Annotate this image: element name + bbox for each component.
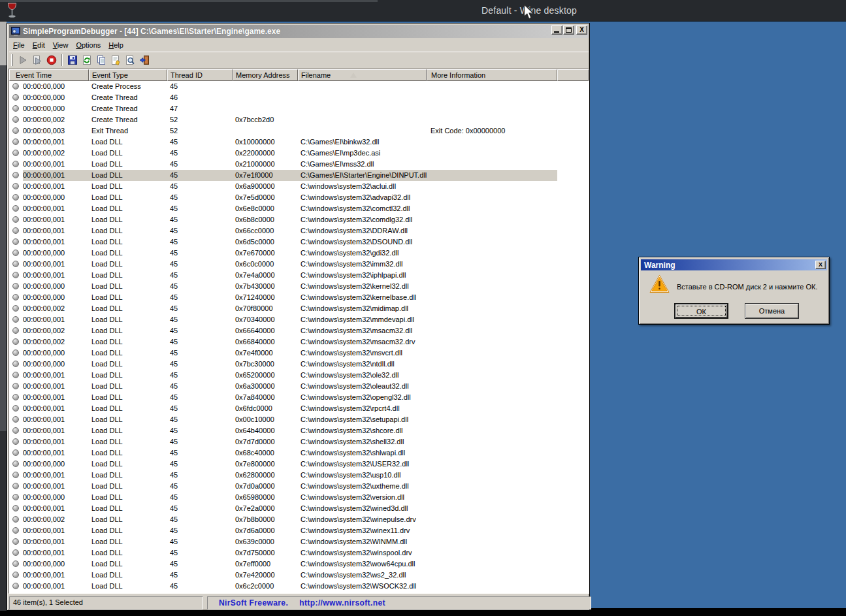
table-row[interactable]: 00:00:00,000Load DLL450x7eff0000C:\windo… xyxy=(9,559,589,570)
cell-more-information xyxy=(427,392,557,403)
cell-memory-address: 0x7d7d0000 xyxy=(233,436,298,447)
table-row[interactable]: 00:00:00,000Create Process45 xyxy=(9,81,589,92)
event-row-gutter xyxy=(9,281,23,292)
table-row[interactable]: 00:00:00,001Load DLL450x00c10000C:\windo… xyxy=(9,414,589,425)
menu-item-help[interactable]: Help xyxy=(105,40,127,50)
table-row[interactable]: 00:00:00,001Load DLL450x64b40000C:\windo… xyxy=(9,425,589,436)
cell-thread-id: 45 xyxy=(167,348,233,359)
table-row[interactable]: 00:00:00,001Load DLL450x62800000C:\windo… xyxy=(9,470,589,481)
table-row[interactable]: 00:00:00,001Load DLL450x7e1f0000C:\Games… xyxy=(9,170,589,181)
cell-memory-address: 0x6b8c0000 xyxy=(233,214,298,225)
table-row[interactable]: 00:00:00,002Load DLL450x7b8b0000C:\windo… xyxy=(9,514,589,525)
table-row[interactable]: 00:00:00,001Load DLL450x7e4a0000C:\windo… xyxy=(9,270,589,281)
table-row[interactable]: 00:00:00,001Load DLL450x7d6a0000C:\windo… xyxy=(9,525,589,536)
table-row[interactable]: 00:00:00,002Create Thread520x7bccb2d0 xyxy=(9,114,589,125)
table-row[interactable]: 00:00:00,001Load DLL450x6d5c0000C:\windo… xyxy=(9,236,589,248)
event-row-cells: 00:00:00,001Load DLL450x7a840000C:\windo… xyxy=(23,392,557,403)
menu-item-file[interactable]: File xyxy=(9,40,29,50)
table-row[interactable]: 00:00:00,001Load DLL450x7e420000C:\windo… xyxy=(9,570,589,581)
table-row[interactable]: 00:00:00,001Load DLL450x7d7d0000C:\windo… xyxy=(9,436,589,447)
table-row[interactable]: 00:00:00,002Load DLL450x22000000C:\Games… xyxy=(9,148,589,159)
cell-more-information xyxy=(427,547,557,559)
refresh-button[interactable] xyxy=(80,54,94,67)
table-row[interactable]: 00:00:00,000Load DLL450x7e670000C:\windo… xyxy=(9,248,589,259)
table-row[interactable]: 00:00:00,001Load DLL450x639c0000C:\windo… xyxy=(9,536,589,547)
dialog-close-button[interactable]: X xyxy=(815,261,826,269)
event-bullet-icon xyxy=(12,138,19,145)
run-button[interactable] xyxy=(16,54,30,67)
run-attach-button[interactable] xyxy=(30,54,44,67)
column-header-event-time[interactable]: Event Time xyxy=(9,69,89,81)
save-button[interactable] xyxy=(65,54,80,67)
table-row[interactable]: 00:00:00,000Load DLL450x7e5d0000C:\windo… xyxy=(9,192,589,203)
table-row[interactable]: 00:00:00,001Load DLL450x6fdc0000C:\windo… xyxy=(9,403,589,414)
table-row[interactable]: 00:00:00,002Load DLL450x66840000C:\windo… xyxy=(9,336,589,348)
table-row[interactable]: 00:00:00,001Load DLL450x65200000C:\windo… xyxy=(9,370,589,381)
properties-button[interactable] xyxy=(108,54,123,67)
table-row[interactable]: 00:00:00,001Load DLL450x70340000C:\windo… xyxy=(9,314,589,325)
table-row[interactable]: 00:00:00,000Load DLL450x7bc30000C:\windo… xyxy=(9,359,589,370)
event-bullet-icon xyxy=(12,572,19,578)
cell-filename xyxy=(298,81,427,92)
window-titlebar[interactable]: SimpleProgramDebugger - [44] C:\Games\EI… xyxy=(9,25,589,38)
cell-filename xyxy=(298,92,427,103)
table-row[interactable]: 00:00:00,001Load DLL450x66cc0000C:\windo… xyxy=(9,225,589,236)
table-row[interactable]: 00:00:00,000Load DLL450x7b430000C:\windo… xyxy=(9,281,589,292)
menu-item-options[interactable]: Options xyxy=(72,40,105,50)
column-header-more-information[interactable]: More Information xyxy=(427,69,557,81)
stop-button[interactable] xyxy=(44,54,59,67)
cancel-button[interactable]: Отмена xyxy=(745,303,799,319)
table-row[interactable]: 00:00:00,002Load DLL450x66640000C:\windo… xyxy=(9,325,589,336)
table-row[interactable]: 00:00:00,001Load DLL450x10000000C:\Games… xyxy=(9,137,589,148)
nirsoft-link[interactable]: http://www.nirsoft.net xyxy=(299,598,385,608)
find-button[interactable] xyxy=(123,54,137,67)
exit-button[interactable] xyxy=(137,54,152,67)
table-row[interactable]: 00:00:00,001Load DLL450x6b8c0000C:\windo… xyxy=(9,214,589,225)
column-header-thread-id[interactable]: Thread ID xyxy=(167,69,233,81)
cell-more-information xyxy=(427,381,557,392)
table-row[interactable]: 00:00:00,000Load DLL450x71240000C:\windo… xyxy=(9,292,589,303)
table-row[interactable]: 00:00:00,001Load DLL450x6a900000C:\windo… xyxy=(9,181,589,192)
cell-event-time: 00:00:00,001 xyxy=(23,425,89,436)
cell-thread-id: 45 xyxy=(167,459,233,470)
cell-event-time: 00:00:00,000 xyxy=(23,492,89,503)
table-row[interactable]: 00:00:00,001Load DLL450x21000000C:\Games… xyxy=(9,159,589,170)
menu-item-view[interactable]: View xyxy=(49,40,73,50)
table-row[interactable]: 00:00:00,000Load DLL450x7e4f0000C:\windo… xyxy=(9,348,589,359)
maximize-button[interactable] xyxy=(563,25,574,35)
dialog-titlebar[interactable]: Warning X xyxy=(641,259,827,270)
table-row[interactable]: 00:00:00,001Load DLL450x7e2a0000C:\windo… xyxy=(9,503,589,514)
table-row[interactable]: 00:00:00,002Load DLL450x70f80000C:\windo… xyxy=(9,303,589,314)
close-button[interactable]: X xyxy=(576,25,587,35)
cell-filename: C:\windows\system32\DDRAW.dll xyxy=(298,225,427,236)
table-row[interactable]: 00:00:00,001Load DLL450x6c0c0000C:\windo… xyxy=(9,259,589,270)
event-bullet-icon xyxy=(12,394,19,400)
table-row[interactable]: 00:00:00,001Load DLL450x7a840000C:\windo… xyxy=(9,392,589,403)
table-row[interactable]: 00:00:00,001Load DLL450x7d750000C:\windo… xyxy=(9,547,589,559)
cell-event-time: 00:00:00,001 xyxy=(23,536,89,547)
cell-more-information xyxy=(427,303,557,314)
column-header-memory-address[interactable]: Memory Address xyxy=(233,69,298,81)
column-header-event-type[interactable]: Event Type xyxy=(89,69,167,81)
event-row-cells: 00:00:00,001Load DLL450x7e1f0000C:\Games… xyxy=(23,170,557,181)
table-row[interactable]: 00:00:00,000Create Thread46 xyxy=(9,92,589,103)
ok-button[interactable]: ОК xyxy=(674,303,728,319)
minimize-button[interactable] xyxy=(551,25,562,35)
table-row[interactable]: 00:00:00,000Load DLL450x65980000C:\windo… xyxy=(9,492,589,503)
table-row[interactable]: 00:00:00,000Load DLL450x7e800000C:\windo… xyxy=(9,459,589,470)
cell-filename: C:\Games\EI\mp3dec.asi xyxy=(298,148,427,159)
event-row-cells: 00:00:00,002Load DLL450x22000000C:\Games… xyxy=(23,148,557,159)
table-row[interactable]: 00:00:00,000Create Thread47 xyxy=(9,103,589,114)
table-row[interactable]: 00:00:00,001Load DLL450x6e8c0000C:\windo… xyxy=(9,203,589,214)
column-header-filename[interactable]: Filename xyxy=(298,69,427,81)
cell-event-time: 00:00:00,000 xyxy=(23,459,89,470)
table-row[interactable]: 00:00:00,001Load DLL450x68c40000C:\windo… xyxy=(9,447,589,459)
toolbar-separator xyxy=(61,54,63,66)
table-row[interactable]: 00:00:00,003Exit Thread52Exit Code: 0x00… xyxy=(9,125,589,137)
cell-event-time: 00:00:00,001 xyxy=(23,481,89,492)
table-row[interactable]: 00:00:00,001Load DLL450x7d0a0000C:\windo… xyxy=(9,481,589,492)
copy-button[interactable] xyxy=(94,54,108,67)
table-row[interactable]: 00:00:00,001Load DLL450x6a300000C:\windo… xyxy=(9,381,589,392)
table-row[interactable]: 00:00:00,001Load DLL450x6c2c0000C:\windo… xyxy=(9,581,589,592)
menu-item-edit[interactable]: Edit xyxy=(29,40,49,50)
